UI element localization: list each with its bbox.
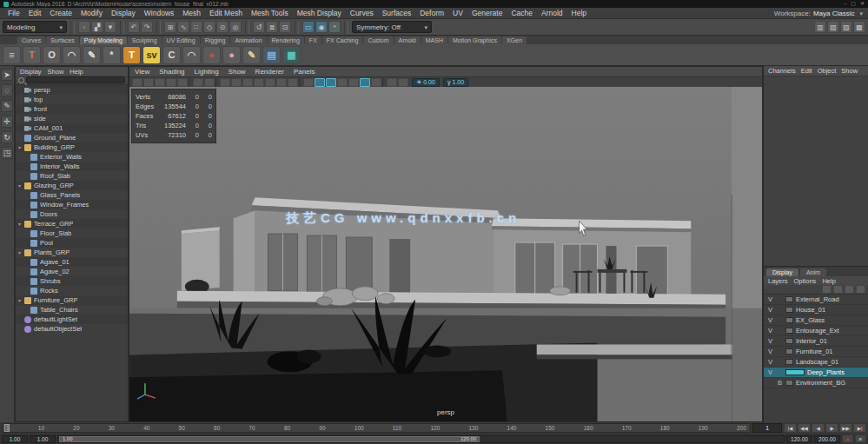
outliner-item[interactable]: Window_Frames [16, 200, 128, 209]
expand-arrow-icon[interactable]: ▾ [18, 249, 24, 255]
layer-color-swatch[interactable] [785, 338, 793, 344]
viewport-menu[interactable]: View [135, 68, 149, 76]
maximize-button[interactable]: ▢ [851, 0, 856, 8]
range-end-field[interactable]: 120.00 [786, 435, 812, 443]
layer-editor-menu[interactable]: Help [822, 277, 835, 285]
arc-tool-icon[interactable]: ◠ [63, 46, 81, 64]
shelf-tab[interactable]: FX Caching [322, 36, 363, 44]
shelf-tab[interactable]: Animation [230, 36, 266, 44]
layer-visibility-toggle[interactable]: V [766, 337, 774, 345]
new-empty-layer-icon[interactable] [845, 285, 854, 294]
outliner-item[interactable]: side [16, 114, 128, 123]
menu-item[interactable]: Display [107, 8, 140, 19]
shelf-tab[interactable]: Sculpting [128, 36, 162, 44]
range-start-field[interactable]: 1.00 [2, 435, 28, 443]
outliner-item[interactable]: top [16, 95, 128, 104]
layer-color-swatch[interactable] [785, 359, 793, 365]
status-separator[interactable] [70, 21, 75, 34]
gamma-control[interactable]: γ 1.00 [443, 78, 468, 87]
auto-keyframe-toggle-icon[interactable]: ● [842, 434, 853, 443]
menu-set-selector[interactable]: Modeling [3, 21, 67, 33]
camera-attributes-icon[interactable] [155, 78, 165, 87]
expand-arrow-icon[interactable]: ▾ [18, 221, 24, 227]
menu-item[interactable]: Generate [467, 8, 507, 19]
menu-item[interactable]: Help [567, 8, 591, 19]
Environment_BG[interactable]: B Environment_BG [764, 378, 868, 388]
snap-to-grid-icon[interactable]: ⊞ [164, 21, 176, 33]
menu-item[interactable]: Edit Mesh [205, 8, 247, 19]
layer-editor-menu[interactable]: Layers [768, 277, 788, 285]
resolution-gate-icon[interactable] [242, 78, 253, 87]
list-inputs-icon[interactable]: ≣ [266, 21, 278, 33]
snap-to-curve-icon[interactable]: ∿ [177, 21, 189, 33]
symmetry-selector[interactable]: Symmetry: Off [352, 21, 432, 33]
move-tool-icon[interactable]: ✛ [1, 116, 13, 128]
undo-icon[interactable]: ↶ [128, 21, 140, 33]
wireframe-icon[interactable] [303, 78, 314, 87]
snap-to-view-plane-icon[interactable]: ⊙ [216, 21, 229, 33]
rotate-tool-icon[interactable]: ↻ [1, 131, 13, 143]
shelf-tab[interactable]: MASH [421, 36, 447, 44]
shelf-tab[interactable]: XGen [502, 36, 527, 44]
paint-effects-icon[interactable]: ✎ [242, 46, 261, 64]
viewport-canvas[interactable]: Verts 68086 0 0 Edges 135544 0 0 Faces [129, 87, 762, 421]
expand-arrow-icon[interactable]: ▾ [18, 182, 24, 189]
screen-space-ao-icon[interactable] [360, 78, 370, 87]
layer-visibility-toggle[interactable]: V [766, 327, 774, 335]
shelf-tab[interactable]: Rendering [268, 36, 304, 44]
layer-color-swatch[interactable] [785, 307, 793, 313]
outliner-search-input[interactable] [26, 76, 125, 83]
text-curve-tool-icon[interactable]: T [23, 46, 41, 64]
EX_Glass[interactable]: V EX_Glass [764, 315, 868, 326]
status-separator[interactable] [120, 21, 124, 34]
Landscape_01[interactable]: V Landscape_01 [764, 357, 868, 368]
redo-icon[interactable]: ↷ [141, 21, 153, 33]
paint-select-tool-icon[interactable]: ✎ [1, 100, 13, 112]
External_Road[interactable]: V External_Road [764, 295, 868, 305]
outliner-item[interactable]: Glass_Panels [16, 190, 128, 200]
layer-visibility-toggle[interactable]: V [766, 306, 774, 314]
layer-visibility-toggle[interactable]: V [766, 316, 774, 324]
grease-pencil-icon[interactable] [204, 78, 215, 87]
select-camera-icon[interactable] [132, 78, 142, 87]
layer-visibility-toggle[interactable]: V [766, 358, 774, 366]
textured-icon[interactable] [326, 78, 336, 87]
menu-item[interactable]: Modify [76, 8, 107, 19]
range-slider[interactable]: 1.00 120.00 [57, 435, 785, 443]
play-forward-button[interactable]: ▶ [825, 423, 838, 433]
uv-grid-icon[interactable]: ▦ [282, 46, 301, 64]
shelf-tab[interactable]: FX [305, 36, 321, 44]
isolate-select-icon[interactable] [387, 78, 397, 87]
step-back-frame-button[interactable]: ◀◀ [798, 423, 811, 433]
channel-box-menu[interactable]: Show [841, 67, 858, 75]
bend-deformer-icon[interactable]: ◠ [182, 46, 201, 64]
channel-box-menu[interactable]: Object [818, 67, 837, 75]
exposure-control[interactable]: ☀ 0.00 [412, 78, 440, 87]
outliner-item[interactable]: Shrubs [16, 276, 128, 286]
menu-item[interactable]: Arnold [537, 8, 567, 19]
shelf-tab[interactable]: UV Editing [162, 36, 200, 44]
menu-item[interactable]: Mesh [178, 8, 205, 19]
nurbs-circle-tool-icon[interactable]: O [43, 46, 61, 64]
pink-sphere-material-icon[interactable]: ● [222, 46, 241, 64]
menu-item[interactable]: Mesh Tools [247, 8, 293, 19]
outliner-item[interactable]: Table_Chairs [16, 305, 128, 315]
new-scene-icon[interactable]: ▫ [78, 21, 90, 33]
layer-editor-tab[interactable]: Display [766, 268, 798, 276]
make-live-icon[interactable]: ◎ [229, 21, 242, 33]
menu-item[interactable]: Edit [24, 8, 46, 19]
viewport-menu[interactable]: Lighting [195, 68, 219, 76]
layer-mode-toggle[interactable]: B [777, 379, 783, 387]
status-separator[interactable] [156, 21, 161, 34]
expand-arrow-icon[interactable]: ▾ [18, 297, 24, 303]
attribute-editor-toggle-icon[interactable]: ▥ [814, 21, 826, 33]
outliner-item[interactable]: ▾ Terrace_GRP [16, 219, 128, 229]
outliner-menu[interactable]: Show [48, 68, 64, 76]
go-to-start-button[interactable]: |◀ [784, 423, 797, 433]
outliner-item[interactable]: Agave_02 [16, 267, 128, 276]
shelf-tab[interactable]: Poly Modeling [80, 36, 127, 44]
image-plane-icon[interactable] [177, 78, 188, 87]
status-separator[interactable] [245, 21, 249, 34]
shelf-tab[interactable]: Motion Graphics [448, 36, 501, 44]
outliner-item[interactable]: front [16, 104, 128, 114]
